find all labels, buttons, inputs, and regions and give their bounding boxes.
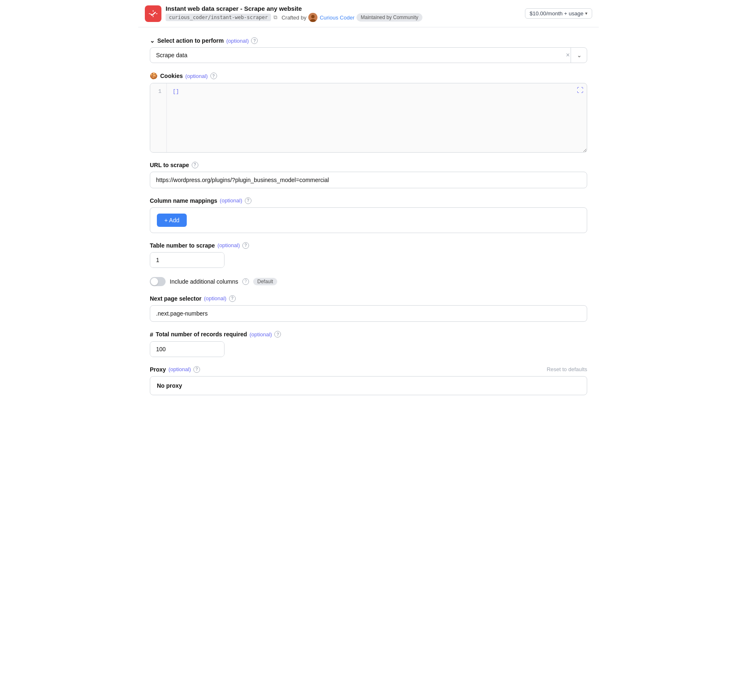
action-label: ⌄ Select action to perform (optional) ?: [150, 37, 587, 44]
maintained-badge: Maintained by Community: [356, 13, 422, 22]
copy-icon[interactable]: ⧉: [273, 14, 277, 21]
next-page-label: Next page selector (optional) ?: [150, 295, 587, 302]
add-mapping-button[interactable]: + Add: [157, 214, 187, 227]
cookie-icon: 🍪: [150, 72, 158, 80]
svg-point-2: [311, 15, 315, 18]
next-page-field-group: Next page selector (optional) ?: [150, 295, 587, 322]
header: Instant web data scraper - Scrape any we…: [138, 0, 599, 27]
code-editor-content: 1 []: [150, 83, 587, 152]
author-link[interactable]: Curious Coder: [320, 15, 354, 21]
expand-icon[interactable]: ⛶: [577, 87, 583, 94]
main-content: ⌄ Select action to perform (optional) ? …: [138, 27, 599, 405]
action-select-wrapper: × ⌄: [150, 47, 587, 63]
proxy-value: No proxy: [157, 382, 182, 389]
table-number-label: Table number to scrape (optional) ?: [150, 242, 587, 249]
total-records-field-group: # Total number of records required (opti…: [150, 331, 587, 357]
select-chevron-icon[interactable]: ⌄: [571, 47, 587, 63]
cookies-help-icon[interactable]: ?: [210, 73, 217, 79]
next-page-help-icon[interactable]: ?: [229, 295, 236, 302]
default-badge: Default: [253, 278, 277, 285]
header-subtitle: curious_coder/instant-web-scraper ⧉ Craf…: [166, 13, 422, 22]
include-columns-toggle[interactable]: [150, 277, 166, 286]
pricing-chevron-icon: ▾: [585, 11, 588, 16]
table-number-stepper: + −: [150, 252, 225, 268]
toggle-track[interactable]: [150, 277, 166, 286]
line-numbers: 1: [150, 83, 167, 152]
pricing-badge[interactable]: $10.00/month + usage ▾: [525, 8, 592, 19]
cookies-field-group: 🍪 Cookies (optional) ? ⛶ 1 []: [150, 72, 587, 153]
proxy-label: Proxy (optional) ?: [150, 366, 200, 373]
url-input[interactable]: [150, 172, 587, 188]
proxy-box: No proxy: [150, 376, 587, 395]
total-records-stepper: + −: [150, 341, 225, 357]
hash-icon: #: [150, 331, 153, 338]
column-mappings-help-icon[interactable]: ?: [245, 197, 251, 204]
clear-icon[interactable]: ×: [566, 52, 570, 58]
cookies-label: 🍪 Cookies (optional) ?: [150, 72, 587, 80]
app-title: Instant web data scraper - Scrape any we…: [166, 5, 422, 12]
reset-defaults-link[interactable]: Reset to defaults: [547, 366, 587, 372]
include-columns-help-icon[interactable]: ?: [242, 278, 249, 285]
action-field-group: ⌄ Select action to perform (optional) ? …: [150, 37, 587, 63]
toggle-thumb: [151, 278, 158, 285]
total-records-help-icon[interactable]: ?: [274, 331, 281, 338]
table-number-field-group: Table number to scrape (optional) ? + −: [150, 242, 587, 268]
action-help-icon[interactable]: ?: [251, 37, 258, 44]
next-page-input[interactable]: [150, 305, 587, 322]
cookies-textarea[interactable]: []: [167, 83, 587, 152]
url-label: URL to scrape ?: [150, 162, 587, 168]
cookies-editor: ⛶ 1 []: [150, 83, 587, 153]
crafted-by-label: Crafted by Curious Coder Maintained by C…: [281, 13, 422, 22]
table-number-input[interactable]: [150, 253, 225, 267]
url-field-group: URL to scrape ?: [150, 162, 587, 188]
action-select[interactable]: [150, 47, 587, 63]
app-logo: [145, 5, 161, 22]
action-icon: ⌄: [150, 37, 155, 44]
total-records-label: # Total number of records required (opti…: [150, 331, 587, 338]
author-avatar: [308, 13, 317, 22]
proxy-field-group: Proxy (optional) ? Reset to defaults No …: [150, 366, 587, 395]
total-records-input[interactable]: [150, 342, 225, 357]
url-help-icon[interactable]: ?: [192, 162, 198, 168]
app-slug: curious_coder/instant-web-scraper: [166, 14, 271, 21]
table-number-help-icon[interactable]: ?: [242, 242, 249, 249]
include-columns-row: Include additional columns ? Default: [150, 277, 587, 286]
column-mappings-box: + Add: [150, 207, 587, 233]
column-mappings-field-group: Column name mappings (optional) ? + Add: [150, 197, 587, 233]
proxy-header: Proxy (optional) ? Reset to defaults: [150, 366, 587, 373]
proxy-help-icon[interactable]: ?: [193, 366, 200, 373]
include-columns-label: Include additional columns: [170, 278, 238, 285]
header-title-group: Instant web data scraper - Scrape any we…: [166, 5, 422, 22]
column-mappings-label: Column name mappings (optional) ?: [150, 197, 587, 204]
